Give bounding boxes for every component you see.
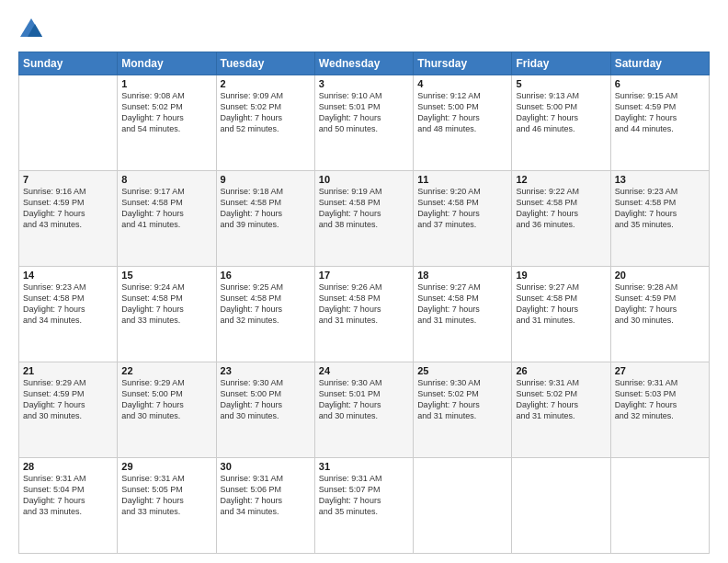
day-number: 2 — [221, 78, 311, 89]
calendar-cell: 25Sunrise: 9:30 AM Sunset: 5:02 PM Dayli… — [414, 362, 512, 458]
day-number: 9 — [221, 174, 311, 185]
day-info: Sunrise: 9:31 AM Sunset: 5:02 PM Dayligh… — [516, 377, 606, 422]
day-number: 5 — [516, 78, 606, 89]
calendar-week-row: 1Sunrise: 9:08 AM Sunset: 5:02 PM Daylig… — [19, 75, 710, 171]
calendar-cell: 2Sunrise: 9:09 AM Sunset: 5:02 PM Daylig… — [216, 75, 314, 171]
day-info: Sunrise: 9:29 AM Sunset: 5:00 PM Dayligh… — [121, 377, 211, 422]
calendar-header-row: SundayMondayTuesdayWednesdayThursdayFrid… — [19, 52, 710, 75]
day-number: 4 — [417, 78, 507, 89]
day-number: 22 — [121, 365, 211, 376]
calendar-cell: 19Sunrise: 9:27 AM Sunset: 4:58 PM Dayli… — [512, 267, 610, 362]
calendar-cell: 3Sunrise: 9:10 AM Sunset: 5:01 PM Daylig… — [314, 75, 413, 171]
day-number: 1 — [121, 78, 211, 89]
day-info: Sunrise: 9:30 AM Sunset: 5:01 PM Dayligh… — [319, 377, 409, 422]
day-number: 18 — [417, 270, 507, 281]
day-number: 13 — [615, 174, 705, 185]
calendar-cell: 12Sunrise: 9:22 AM Sunset: 4:58 PM Dayli… — [512, 171, 610, 267]
day-info: Sunrise: 9:31 AM Sunset: 5:06 PM Dayligh… — [221, 473, 311, 518]
page: SundayMondayTuesdayWednesdayThursdayFrid… — [0, 0, 728, 563]
calendar-week-row: 7Sunrise: 9:16 AM Sunset: 4:59 PM Daylig… — [19, 171, 710, 267]
day-info: Sunrise: 9:18 AM Sunset: 4:58 PM Dayligh… — [221, 186, 311, 231]
day-info: Sunrise: 9:20 AM Sunset: 4:58 PM Dayligh… — [417, 186, 507, 231]
day-number: 6 — [615, 78, 705, 89]
day-info: Sunrise: 9:17 AM Sunset: 4:58 PM Dayligh… — [121, 186, 211, 231]
calendar-cell: 18Sunrise: 9:27 AM Sunset: 4:58 PM Dayli… — [414, 267, 512, 362]
day-header-thursday: Thursday — [414, 52, 512, 75]
calendar-cell: 29Sunrise: 9:31 AM Sunset: 5:05 PM Dayli… — [118, 458, 216, 554]
logo-icon — [18, 17, 44, 42]
day-number: 19 — [516, 270, 606, 281]
day-info: Sunrise: 9:30 AM Sunset: 5:00 PM Dayligh… — [221, 377, 311, 422]
calendar-week-row: 28Sunrise: 9:31 AM Sunset: 5:04 PM Dayli… — [19, 458, 710, 554]
day-header-tuesday: Tuesday — [216, 52, 314, 75]
logo — [18, 17, 48, 42]
calendar-cell: 31Sunrise: 9:31 AM Sunset: 5:07 PM Dayli… — [314, 458, 413, 554]
day-number: 21 — [23, 365, 113, 376]
calendar-cell — [414, 458, 512, 554]
day-number: 8 — [121, 174, 211, 185]
day-number: 28 — [23, 461, 113, 472]
day-number: 23 — [221, 365, 311, 376]
day-info: Sunrise: 9:26 AM Sunset: 4:58 PM Dayligh… — [319, 282, 409, 327]
calendar-cell: 27Sunrise: 9:31 AM Sunset: 5:03 PM Dayli… — [610, 362, 709, 458]
header — [18, 17, 710, 42]
day-number: 14 — [23, 270, 113, 281]
day-info: Sunrise: 9:23 AM Sunset: 4:58 PM Dayligh… — [615, 186, 705, 231]
day-info: Sunrise: 9:24 AM Sunset: 4:58 PM Dayligh… — [121, 282, 211, 327]
day-info: Sunrise: 9:10 AM Sunset: 5:01 PM Dayligh… — [319, 90, 409, 135]
calendar-week-row: 14Sunrise: 9:23 AM Sunset: 4:58 PM Dayli… — [19, 267, 710, 362]
day-number: 29 — [121, 461, 211, 472]
calendar-cell — [512, 458, 610, 554]
day-number: 20 — [615, 270, 705, 281]
day-info: Sunrise: 9:22 AM Sunset: 4:58 PM Dayligh… — [516, 186, 606, 231]
day-info: Sunrise: 9:08 AM Sunset: 5:02 PM Dayligh… — [121, 90, 211, 135]
calendar-cell: 6Sunrise: 9:15 AM Sunset: 4:59 PM Daylig… — [610, 75, 709, 171]
day-number: 26 — [516, 365, 606, 376]
day-info: Sunrise: 9:29 AM Sunset: 4:59 PM Dayligh… — [23, 377, 113, 422]
day-info: Sunrise: 9:31 AM Sunset: 5:03 PM Dayligh… — [615, 377, 705, 422]
calendar-cell: 8Sunrise: 9:17 AM Sunset: 4:58 PM Daylig… — [118, 171, 216, 267]
day-header-sunday: Sunday — [19, 52, 118, 75]
calendar-cell: 14Sunrise: 9:23 AM Sunset: 4:58 PM Dayli… — [19, 267, 118, 362]
calendar-cell: 22Sunrise: 9:29 AM Sunset: 5:00 PM Dayli… — [118, 362, 216, 458]
day-info: Sunrise: 9:25 AM Sunset: 4:58 PM Dayligh… — [221, 282, 311, 327]
day-number: 7 — [23, 174, 113, 185]
calendar-cell: 4Sunrise: 9:12 AM Sunset: 5:00 PM Daylig… — [414, 75, 512, 171]
calendar-cell: 10Sunrise: 9:19 AM Sunset: 4:58 PM Dayli… — [314, 171, 413, 267]
calendar-cell: 23Sunrise: 9:30 AM Sunset: 5:00 PM Dayli… — [216, 362, 314, 458]
calendar-cell — [19, 75, 118, 171]
day-info: Sunrise: 9:31 AM Sunset: 5:07 PM Dayligh… — [319, 473, 409, 518]
day-info: Sunrise: 9:27 AM Sunset: 4:58 PM Dayligh… — [417, 282, 507, 327]
day-number: 30 — [221, 461, 311, 472]
calendar-cell: 30Sunrise: 9:31 AM Sunset: 5:06 PM Dayli… — [216, 458, 314, 554]
calendar-cell: 5Sunrise: 9:13 AM Sunset: 5:00 PM Daylig… — [512, 75, 610, 171]
calendar-cell: 26Sunrise: 9:31 AM Sunset: 5:02 PM Dayli… — [512, 362, 610, 458]
calendar-cell: 28Sunrise: 9:31 AM Sunset: 5:04 PM Dayli… — [19, 458, 118, 554]
day-number: 3 — [319, 78, 409, 89]
calendar-cell: 9Sunrise: 9:18 AM Sunset: 4:58 PM Daylig… — [216, 171, 314, 267]
calendar-cell: 20Sunrise: 9:28 AM Sunset: 4:59 PM Dayli… — [610, 267, 709, 362]
day-number: 11 — [417, 174, 507, 185]
day-number: 31 — [319, 461, 409, 472]
calendar-cell: 7Sunrise: 9:16 AM Sunset: 4:59 PM Daylig… — [19, 171, 118, 267]
day-info: Sunrise: 9:15 AM Sunset: 4:59 PM Dayligh… — [615, 90, 705, 135]
calendar-cell: 16Sunrise: 9:25 AM Sunset: 4:58 PM Dayli… — [216, 267, 314, 362]
day-info: Sunrise: 9:27 AM Sunset: 4:58 PM Dayligh… — [516, 282, 606, 327]
day-header-wednesday: Wednesday — [314, 52, 413, 75]
day-number: 24 — [319, 365, 409, 376]
day-number: 16 — [221, 270, 311, 281]
day-number: 27 — [615, 365, 705, 376]
day-header-friday: Friday — [512, 52, 610, 75]
day-number: 15 — [121, 270, 211, 281]
day-info: Sunrise: 9:12 AM Sunset: 5:00 PM Dayligh… — [417, 90, 507, 135]
calendar-cell: 1Sunrise: 9:08 AM Sunset: 5:02 PM Daylig… — [118, 75, 216, 171]
day-info: Sunrise: 9:28 AM Sunset: 4:59 PM Dayligh… — [615, 282, 705, 327]
day-info: Sunrise: 9:30 AM Sunset: 5:02 PM Dayligh… — [417, 377, 507, 422]
calendar-cell: 11Sunrise: 9:20 AM Sunset: 4:58 PM Dayli… — [414, 171, 512, 267]
calendar-cell: 24Sunrise: 9:30 AM Sunset: 5:01 PM Dayli… — [314, 362, 413, 458]
day-info: Sunrise: 9:19 AM Sunset: 4:58 PM Dayligh… — [319, 186, 409, 231]
day-number: 25 — [417, 365, 507, 376]
day-info: Sunrise: 9:23 AM Sunset: 4:58 PM Dayligh… — [23, 282, 113, 327]
calendar-cell: 13Sunrise: 9:23 AM Sunset: 4:58 PM Dayli… — [610, 171, 709, 267]
day-info: Sunrise: 9:13 AM Sunset: 5:00 PM Dayligh… — [516, 90, 606, 135]
